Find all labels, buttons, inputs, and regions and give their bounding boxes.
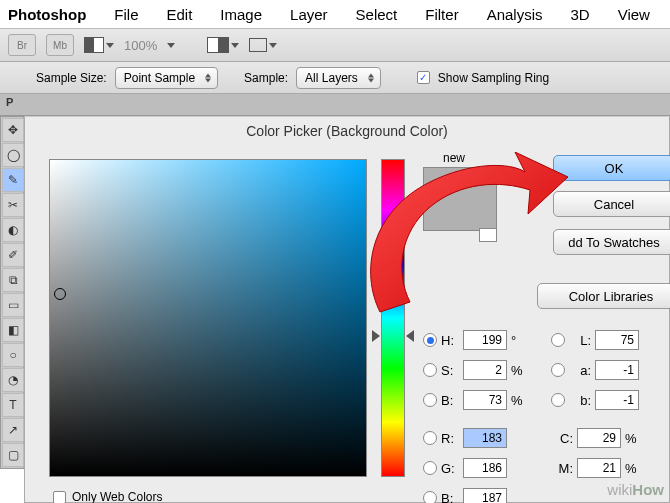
menu-file[interactable]: File (100, 6, 152, 23)
tool-blur[interactable]: ○ (2, 343, 24, 367)
color-picker-dialog: Color Picker (Background Color) new OK C… (24, 116, 670, 503)
select-arrows-icon (368, 73, 374, 82)
tool-eyedropper[interactable]: ✎ (2, 168, 24, 192)
m-label: M: (551, 461, 573, 476)
rgb-b-label: B: (441, 491, 463, 504)
r-radio[interactable] (423, 431, 437, 445)
sample-select[interactable]: All Layers (296, 67, 381, 89)
r-input[interactable]: 183 (463, 428, 507, 448)
tool-gradient[interactable]: ◧ (2, 318, 24, 342)
menu-image[interactable]: Image (206, 6, 276, 23)
g-input[interactable]: 186 (463, 458, 507, 478)
menu-analysis[interactable]: Analysis (473, 6, 557, 23)
color-field-marker[interactable] (54, 288, 66, 300)
menu-edit[interactable]: Edit (153, 6, 207, 23)
l-input[interactable]: 75 (595, 330, 639, 350)
rgb-b-input[interactable]: 187 (463, 488, 507, 503)
lab-b-radio[interactable] (551, 393, 565, 407)
tools-panel: ✥ ◯ ✎ ✂ ◐ ✐ ⧉ ▭ ◧ ○ ◔ T ↗ ▢ (0, 116, 24, 469)
tool-eraser[interactable]: ▭ (2, 293, 24, 317)
menu-layer[interactable]: Layer (276, 6, 342, 23)
r-label: R: (441, 431, 463, 446)
screen-icon (249, 38, 267, 52)
app-name: Photoshop (4, 6, 100, 23)
g-label: G: (441, 461, 463, 476)
tool-crop[interactable]: ✂ (2, 193, 24, 217)
b-unit: % (507, 393, 525, 408)
h-radio[interactable] (423, 333, 437, 347)
chevron-down-icon (167, 43, 175, 48)
rgb-b-radio[interactable] (423, 491, 437, 503)
show-sampling-ring-checkbox[interactable]: ✓ (417, 71, 430, 84)
tool-hand[interactable]: ✥ (2, 118, 24, 142)
ok-button[interactable]: OK (553, 155, 670, 181)
s-label: S: (441, 363, 463, 378)
tool-clone[interactable]: ⧉ (2, 268, 24, 292)
lab-b-input[interactable]: -1 (595, 390, 639, 410)
tool-type[interactable]: T (2, 393, 24, 417)
h-input[interactable]: 199 (463, 330, 507, 350)
minibridge-button[interactable]: Mb (46, 34, 74, 56)
only-web-colors-checkbox[interactable] (53, 491, 66, 504)
color-libraries-button[interactable]: Color Libraries (537, 283, 670, 309)
a-input[interactable]: -1 (595, 360, 639, 380)
tool-dodge[interactable]: ◔ (2, 368, 24, 392)
s-input[interactable]: 2 (463, 360, 507, 380)
b-radio[interactable] (423, 393, 437, 407)
bridge-button[interactable]: Br (8, 34, 36, 56)
c-label: C: (551, 431, 573, 446)
h-unit: ° (507, 333, 525, 348)
chevron-down-icon (231, 43, 239, 48)
only-web-colors: Only Web Colors (53, 490, 162, 503)
s-radio[interactable] (423, 363, 437, 377)
sample-label: Sample: (244, 71, 288, 85)
sample-size-label: Sample Size: (36, 71, 107, 85)
document-tab-strip: P (0, 94, 670, 116)
sample-value: All Layers (305, 71, 358, 85)
sample-size-select[interactable]: Point Sample (115, 67, 218, 89)
c-unit: % (621, 431, 639, 446)
add-to-swatches-button[interactable]: dd To Swatches (553, 229, 670, 255)
l-label: L: (569, 333, 591, 348)
layout-icon (207, 37, 229, 53)
tool-heal[interactable]: ◐ (2, 218, 24, 242)
arrange-documents-dropdown[interactable] (207, 37, 239, 53)
color-field[interactable] (49, 159, 367, 477)
m-input[interactable]: 21 (577, 458, 621, 478)
hue-slider[interactable] (381, 159, 405, 477)
tool-lasso[interactable]: ◯ (2, 143, 24, 167)
a-radio[interactable] (551, 363, 565, 377)
menu-select[interactable]: Select (342, 6, 412, 23)
options-bar-1: Br Mb 100% (0, 28, 670, 62)
l-radio[interactable] (551, 333, 565, 347)
options-bar-2: Sample Size: Point Sample Sample: All La… (0, 62, 670, 94)
b-input[interactable]: 73 (463, 390, 507, 410)
hue-pointer-left-icon (372, 330, 380, 342)
c-input[interactable]: 29 (577, 428, 621, 448)
menu-view[interactable]: View (604, 6, 664, 23)
sample-size-value: Point Sample (124, 71, 195, 85)
color-swatch[interactable] (423, 167, 497, 231)
tool-brush[interactable]: ✐ (2, 243, 24, 267)
dialog-title: Color Picker (Background Color) (25, 117, 669, 145)
s-unit: % (507, 363, 525, 378)
cancel-button[interactable]: Cancel (553, 191, 670, 217)
new-color-label: new (443, 151, 465, 165)
hue-pointer-right-icon (406, 330, 414, 342)
tool-path[interactable]: ↗ (2, 418, 24, 442)
chevron-down-icon (106, 43, 114, 48)
menu-filter[interactable]: Filter (411, 6, 472, 23)
m-unit: % (621, 461, 639, 476)
tool-shape[interactable]: ▢ (2, 443, 24, 467)
g-radio[interactable] (423, 461, 437, 475)
zoom-level[interactable]: 100% (124, 38, 157, 53)
color-fields: H: 199 ° L: 75 S: 2 % a: -1 B: 73 % (423, 325, 669, 503)
lab-b-label: b: (569, 393, 591, 408)
view-extras-dropdown[interactable] (84, 37, 114, 53)
only-web-colors-label: Only Web Colors (72, 490, 162, 503)
h-label: H: (441, 333, 463, 348)
tab-letter: P (6, 96, 13, 108)
select-arrows-icon (205, 73, 211, 82)
screen-mode-dropdown[interactable] (249, 38, 277, 52)
menu-3d[interactable]: 3D (557, 6, 604, 23)
